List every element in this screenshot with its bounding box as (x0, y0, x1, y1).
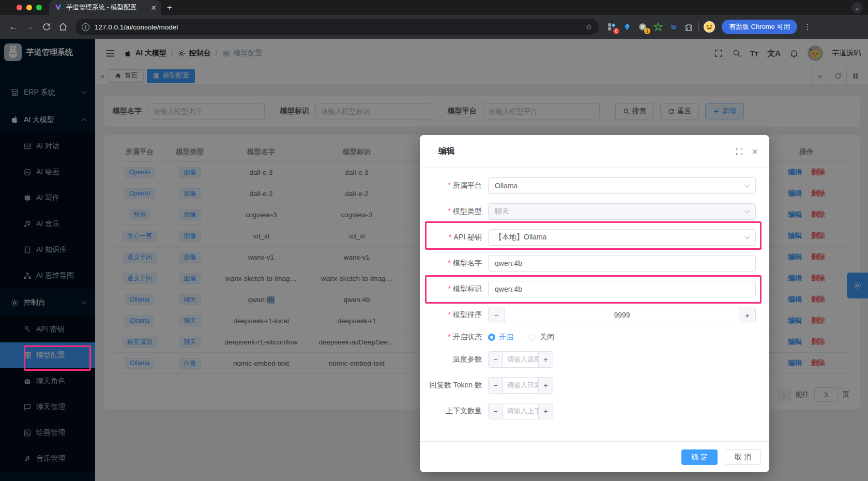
url-text[interactable]: 127.0.0.1/ai/console/model (95, 23, 586, 31)
bookmark-star-icon[interactable]: ☆ (586, 22, 592, 32)
reload-button[interactable] (39, 20, 54, 34)
radio-status-off[interactable]: 关闭 (529, 333, 554, 342)
extension-kite-icon[interactable] (621, 22, 632, 33)
chevron-down-icon (745, 208, 750, 213)
address-bar[interactable]: i 127.0.0.1/ai/console/model ☆ (75, 19, 599, 35)
temperature-placeholder[interactable]: 请输入温度 (503, 352, 538, 367)
browser-menu-icon[interactable]: ⋮ (803, 22, 811, 32)
field-model-type: 模型类型 聊天 (420, 203, 756, 220)
profile-avatar[interactable] (703, 21, 715, 33)
radio-status-on[interactable]: 开启 (488, 333, 513, 342)
confirm-button[interactable]: 确 定 (681, 449, 718, 465)
cancel-button[interactable]: 取 消 (725, 449, 761, 465)
tab-search-button[interactable]: ⌄ (851, 2, 863, 13)
field-label: API 秘钥 (420, 233, 488, 242)
new-tab-button[interactable]: + (167, 3, 172, 13)
model-id-input[interactable] (488, 281, 756, 297)
field-platform: 所属平台 Ollama (420, 177, 756, 194)
dialog-close-icon[interactable]: × (752, 146, 758, 157)
field-label: 回复数 Token 数 (420, 381, 488, 390)
dialog-header: 编辑 × (420, 135, 769, 168)
temperature-stepper: − 请输入温度 + (488, 351, 553, 368)
model-type-select: 聊天 (488, 203, 756, 220)
decrease-button[interactable]: − (489, 403, 503, 419)
chevron-down-icon (745, 234, 750, 239)
extension-star-icon[interactable] (652, 22, 663, 33)
back-button[interactable]: ← (6, 20, 21, 34)
extensions-puzzle-icon[interactable] (683, 22, 694, 33)
toolbar-divider (698, 22, 699, 32)
field-model-name: 模型名字 (420, 255, 756, 272)
minimize-window-button[interactable] (26, 5, 32, 10)
contexts-stepper: − 请输入上下 + (488, 403, 553, 419)
maximize-window-button[interactable] (36, 5, 42, 10)
forward-button[interactable]: → (23, 20, 37, 34)
extensions-area: 6 1 (606, 22, 694, 33)
home-button[interactable] (56, 20, 70, 34)
field-max-contexts: 上下文数量 − 请输入上下 + (420, 403, 756, 419)
increase-button[interactable]: + (538, 352, 553, 367)
field-status: 开启状态 开启 关闭 (420, 333, 756, 342)
model-name-input[interactable] (488, 255, 756, 272)
browser-tab-strip: 芋道管理系统 - 模型配置 ✕ + ⌄ (0, 0, 868, 15)
extension-badge: 1 (644, 28, 650, 34)
field-label: 模型类型 (420, 207, 488, 216)
dialog-fullscreen-icon[interactable] (735, 147, 743, 156)
decrease-button[interactable]: − (489, 307, 505, 323)
increase-button[interactable]: + (739, 307, 755, 323)
chrome-update-button[interactable]: 有新版 Chrome 可用 (722, 20, 797, 34)
api-key-select[interactable]: 【本地】Ollama (488, 229, 756, 246)
decrease-button[interactable]: − (489, 352, 503, 367)
extension-badge: 6 (613, 28, 619, 34)
close-window-button[interactable] (17, 5, 22, 10)
tokens-stepper: − 请输入回复 + (488, 377, 553, 394)
field-label: 开启状态 (420, 333, 488, 342)
field-label: 温度参数 (420, 355, 488, 364)
dialog-body: 所属平台 Ollama 模型类型 聊天 API (420, 168, 769, 441)
field-sort: 模型排序 − 9999 + (420, 307, 756, 323)
field-max-tokens: 回复数 Token 数 − 请输入回复 + (420, 377, 756, 394)
extension-circle-icon[interactable]: 1 (637, 22, 648, 33)
browser-toolbar: ← → i 127.0.0.1/ai/console/model ☆ 6 1 (0, 15, 868, 39)
sort-stepper: − 9999 + (488, 307, 756, 323)
field-label: 模型名字 (420, 259, 488, 268)
contexts-placeholder[interactable]: 请输入上下 (503, 403, 538, 419)
tokens-placeholder[interactable]: 请输入回复 (503, 378, 538, 393)
platform-select[interactable]: Ollama (488, 177, 756, 194)
chevron-down-icon (745, 182, 750, 187)
field-label: 所属平台 (420, 181, 488, 190)
field-label: 模型排序 (420, 310, 488, 320)
increase-button[interactable]: + (538, 378, 553, 393)
screen: 芋道管理系统 - 模型配置 ✕ + ⌄ ← → i 127.0.0.1/ai/c… (0, 0, 868, 481)
sort-value[interactable]: 9999 (505, 307, 739, 323)
field-label: 模型标识 (420, 284, 488, 294)
extension-blocks-icon[interactable]: 6 (606, 22, 617, 33)
edit-dialog: 编辑 × 所属平台 Ollama 模型类型 聊天 (420, 135, 769, 472)
field-api-key: API 秘钥 【本地】Ollama (420, 229, 756, 246)
browser-tab-title: 芋道管理系统 - 模型配置 (66, 3, 147, 12)
field-label: 上下文数量 (420, 407, 488, 416)
radio-dot (488, 334, 495, 341)
dialog-footer: 确 定 取 消 (420, 441, 769, 472)
radio-dot (529, 334, 536, 341)
field-temperature: 温度参数 − 请输入温度 + (420, 351, 756, 368)
dialog-title: 编辑 (438, 146, 726, 157)
extension-chevrons-icon[interactable] (668, 22, 679, 33)
tab-close-icon[interactable]: ✕ (150, 4, 157, 12)
field-model-id: 模型标识 (420, 281, 756, 297)
site-info-icon[interactable]: i (82, 23, 89, 31)
browser-tab[interactable]: 芋道管理系统 - 模型配置 ✕ (49, 0, 161, 15)
decrease-button[interactable]: − (489, 378, 503, 393)
window-controls[interactable] (17, 5, 42, 10)
increase-button[interactable]: + (538, 403, 553, 419)
site-favicon (54, 4, 62, 11)
